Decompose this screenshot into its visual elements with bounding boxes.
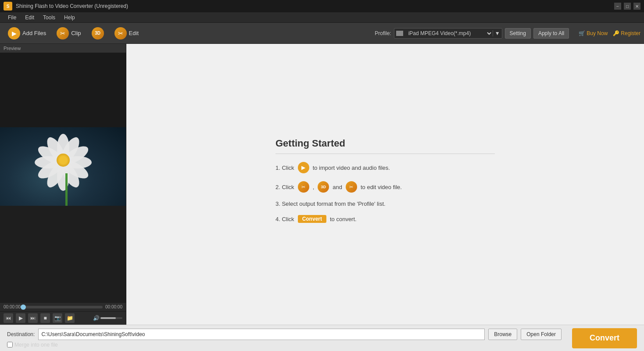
dropdown-arrow-icon[interactable]: ▼: [493, 30, 502, 36]
step3-text: 3. Select output format from the 'Profil…: [275, 201, 386, 207]
play-button[interactable]: ▶: [16, 313, 25, 323]
scrubber-thumb[interactable]: [21, 304, 26, 310]
bottom-bar-inner: Destination: Browse Open Folder Merge in…: [7, 329, 562, 348]
merge-checkbox[interactable]: [7, 342, 13, 347]
profile-label: Profile:: [375, 30, 391, 36]
restore-button[interactable]: □: [624, 3, 631, 10]
3d-button[interactable]: 3D: [87, 25, 108, 41]
convert-badge: Convert: [298, 215, 326, 223]
app-title: Shining Flash to Video Converter (Unregi…: [16, 3, 614, 9]
volume-fill: [100, 317, 116, 319]
edit-icon-badge: ✂: [346, 181, 357, 193]
destination-row: Destination: Browse Open Folder: [7, 329, 562, 340]
skip-back-button[interactable]: ⏮: [4, 313, 13, 323]
register-link[interactable]: 🔑 Register: [613, 30, 640, 36]
preview-label: Preview: [0, 44, 126, 53]
playback-controls: ⏮ ▶ ⏭ ■ 📷 📁 🔊: [0, 311, 126, 325]
volume-slider: 🔊: [93, 315, 122, 321]
clip-label: Clip: [71, 30, 81, 36]
menu-tools[interactable]: Tools: [39, 13, 60, 22]
getting-started: Getting Started 1. Click ▶ to import vid…: [275, 138, 495, 231]
cart-icon: 🛒: [579, 30, 585, 36]
step-4: 4. Click Convert to convert.: [275, 215, 495, 223]
time-start: 00:00:00: [4, 304, 21, 309]
open-folder-button[interactable]: Open Folder: [521, 329, 562, 340]
step4-suffix: to convert.: [330, 216, 357, 222]
folder-button[interactable]: 📁: [65, 313, 75, 323]
step2-comma: ,: [313, 184, 315, 190]
add-files-icon: ▶: [8, 27, 20, 39]
destination-label: Destination:: [7, 331, 35, 337]
skip-forward-button[interactable]: ⏭: [28, 313, 38, 323]
menubar: File Edit Tools Help: [0, 12, 644, 23]
clip-button[interactable]: ✂ Clip: [52, 25, 85, 41]
clip-icon-badge: ✂: [298, 181, 309, 193]
main-layout: Preview: [0, 44, 644, 325]
step2-suffix: to edit video file.: [361, 184, 402, 190]
profile-select-wrapper: iPad MPEG4 Video(*.mp4) ▼: [394, 28, 502, 39]
content-area: Getting Started 1. Click ▶ to import vid…: [126, 44, 644, 325]
apply-to-all-button[interactable]: Apply to All: [533, 28, 569, 39]
buy-register-section: 🛒 Buy Now 🔑 Register: [579, 30, 640, 36]
step-3: 3. Select output format from the 'Profil…: [275, 201, 495, 207]
add-files-icon-badge: ▶: [298, 162, 309, 173]
minimize-button[interactable]: −: [614, 3, 621, 10]
3d-icon: 3D: [92, 27, 104, 39]
merge-label: Merge into one file: [14, 342, 58, 348]
profile-format-icon: [396, 31, 403, 36]
flower-head: [37, 134, 89, 186]
edit-icon: ✂: [114, 27, 127, 39]
step-2: 2. Click ✂ , 3D and ✂ to edit video file…: [275, 181, 495, 193]
buy-now-link[interactable]: 🛒 Buy Now: [579, 30, 608, 36]
titlebar-controls: − □ ✕: [614, 3, 640, 10]
getting-started-title: Getting Started: [275, 138, 495, 154]
3d-icon-badge: 3D: [318, 181, 329, 193]
preview-image: [0, 127, 126, 206]
stop-button[interactable]: ■: [40, 313, 50, 323]
scrubber-track[interactable]: [23, 306, 103, 308]
step2-and: and: [333, 184, 342, 190]
preview-black-area: [0, 53, 126, 127]
setting-button[interactable]: Setting: [505, 28, 531, 39]
preview-panel: Preview: [0, 44, 126, 325]
convert-button[interactable]: Convert: [572, 328, 637, 348]
edit-label: Edit: [129, 30, 139, 36]
time-end: 00:00:00: [105, 304, 122, 309]
step-1: 1. Click ▶ to import video and audio fil…: [275, 162, 495, 173]
preview-bottom-area: [0, 206, 126, 302]
bottom-bar: Destination: Browse Open Folder Merge in…: [0, 325, 644, 351]
profile-section: Profile: iPad MPEG4 Video(*.mp4) ▼ Setti…: [375, 28, 640, 39]
step1-suffix: to import video and audio files.: [313, 165, 390, 171]
step1-text: 1. Click: [275, 165, 294, 171]
profile-select[interactable]: iPad MPEG4 Video(*.mp4): [405, 29, 493, 38]
flower-background: [0, 127, 126, 206]
step4-prefix: 4. Click: [275, 216, 294, 222]
volume-track[interactable]: [100, 317, 122, 319]
merge-row: Merge into one file: [7, 342, 562, 348]
menu-help[interactable]: Help: [60, 13, 79, 22]
step2-prefix: 2. Click: [275, 184, 294, 190]
titlebar: S Shining Flash to Video Converter (Unre…: [0, 0, 644, 12]
browse-button[interactable]: Browse: [488, 329, 517, 340]
app-icon: S: [4, 2, 12, 11]
menu-edit[interactable]: Edit: [21, 13, 39, 22]
scissors-icon: ✂: [57, 27, 69, 39]
destination-input[interactable]: [38, 329, 485, 340]
edit-button[interactable]: ✂ Edit: [110, 25, 143, 41]
close-button[interactable]: ✕: [633, 3, 640, 10]
add-files-button[interactable]: ▶ Add Files: [4, 25, 50, 41]
screenshot-button[interactable]: 📷: [53, 313, 62, 323]
add-files-label: Add Files: [22, 30, 46, 36]
menu-file[interactable]: File: [4, 13, 21, 22]
key-icon: 🔑: [613, 30, 619, 36]
volume-icon: 🔊: [93, 315, 100, 321]
scrubber-area: 00:00:00 00:00:00: [0, 302, 126, 311]
toolbar: ▶ Add Files ✂ Clip 3D ✂ Edit Profile: iP…: [0, 23, 644, 44]
